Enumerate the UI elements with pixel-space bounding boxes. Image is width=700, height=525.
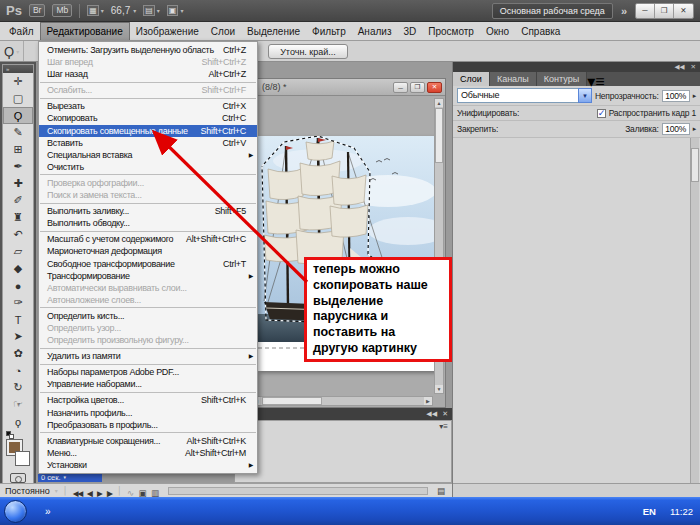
scroll-up-icon[interactable]: ▲ bbox=[435, 99, 443, 107]
fill-value[interactable]: 100% bbox=[662, 123, 690, 135]
screen-mode-button[interactable]: ▣▾ bbox=[167, 5, 184, 16]
history-brush-tool[interactable]: ↶ bbox=[3, 226, 33, 243]
menu-item[interactable]: Установки▶ bbox=[39, 459, 257, 471]
tool-preset-picker[interactable]: Ϙ ▾ bbox=[0, 41, 24, 61]
rotate-view-tool[interactable]: ◔ bbox=[3, 362, 33, 379]
menu-item[interactable]: Поиск и замена текста... bbox=[39, 189, 257, 201]
clone-stamp-tool[interactable]: ♜ bbox=[3, 209, 33, 226]
custom-shape-tool[interactable]: ✿ bbox=[3, 345, 33, 362]
tab-Слои[interactable]: Слои bbox=[453, 72, 490, 86]
collapse-panel-icon[interactable]: ◀◀ bbox=[426, 410, 437, 418]
menu-item[interactable]: Выполнить обводку... bbox=[39, 217, 257, 229]
menubar-item-Справка[interactable]: Справка bbox=[515, 22, 566, 40]
menu-item[interactable]: Управление наборами... bbox=[39, 378, 257, 390]
panel-group-header[interactable]: ◀◀✕ bbox=[453, 62, 700, 72]
scrollbar-thumb[interactable] bbox=[435, 108, 443, 163]
menu-item[interactable]: Масштаб с учетом содержимогоAlt+Shift+Ct… bbox=[39, 233, 257, 245]
menu-item[interactable]: Назначить профиль... bbox=[39, 407, 257, 419]
convert-to-timeline-icon[interactable]: ▤ bbox=[437, 486, 447, 496]
path-selection-tool[interactable]: ➤ bbox=[3, 328, 33, 345]
menu-item[interactable]: Клавиатурные сокращения...Alt+Shift+Ctrl… bbox=[39, 435, 257, 447]
doc-minimize-button[interactable]: ─ bbox=[393, 82, 408, 93]
menu-item[interactable]: Преобразовать в профиль... bbox=[39, 419, 257, 431]
gradient-tool[interactable]: ◆ bbox=[3, 260, 33, 277]
menu-item[interactable]: Шаг назадAlt+Ctrl+Z bbox=[39, 68, 257, 80]
close-panel-icon[interactable]: ✕ bbox=[691, 63, 696, 71]
blend-mode-dropdown[interactable]: Обычные ▼ bbox=[457, 88, 592, 103]
fill-spinner-icon[interactable]: ▸ bbox=[693, 125, 696, 133]
pen-tool[interactable]: ✑ bbox=[3, 294, 33, 311]
horizontal-scrollbar[interactable]: ◀ ▶ bbox=[251, 396, 433, 406]
menu-item[interactable]: Специальная вставка▶ bbox=[39, 149, 257, 161]
new-frame-icon[interactable]: ▣ bbox=[139, 488, 147, 498]
collapse-panel-icon[interactable]: ◀◀ bbox=[675, 63, 685, 71]
tween-icon[interactable]: ∿ bbox=[127, 488, 134, 498]
orbit-tool[interactable]: ↻ bbox=[3, 379, 33, 396]
type-tool[interactable]: T bbox=[3, 311, 33, 328]
menu-item[interactable]: Проверка орфографии... bbox=[39, 177, 257, 189]
chevron-down-icon[interactable]: ▼ bbox=[578, 88, 592, 103]
panel-collapse-icon[interactable]: » bbox=[3, 65, 33, 73]
healing-brush-tool[interactable]: ✚ bbox=[3, 175, 33, 192]
menu-item[interactable]: Трансформирование▶ bbox=[39, 270, 257, 282]
arrange-documents-button[interactable]: ▦▾ bbox=[87, 5, 104, 16]
bridge-button[interactable]: Br bbox=[29, 4, 46, 17]
menu-item[interactable]: Автоматически выравнивать слои... bbox=[39, 282, 257, 294]
default-colors-icon[interactable] bbox=[6, 431, 16, 439]
menubar-item-Редактирование[interactable]: Редактирование bbox=[40, 22, 130, 40]
menu-item[interactable]: Отменить: Загрузить выделенную областьCt… bbox=[39, 44, 257, 56]
menubar-item-Просмотр[interactable]: Просмотр bbox=[422, 22, 480, 40]
quick-mask-button[interactable] bbox=[10, 473, 26, 483]
menubar-item-Изображение[interactable]: Изображение bbox=[130, 22, 205, 40]
menu-item[interactable]: ВставитьCtrl+V bbox=[39, 137, 257, 149]
crop-tool[interactable]: ⊞ bbox=[3, 141, 33, 158]
menu-item[interactable]: СкопироватьCtrl+C bbox=[39, 112, 257, 124]
background-color-swatch[interactable] bbox=[15, 451, 30, 466]
menu-item[interactable]: Настройка цветов...Shift+Ctrl+K bbox=[39, 394, 257, 406]
doc-maximize-button[interactable]: ❐ bbox=[410, 82, 425, 93]
animation-panel-header[interactable]: ◀◀✕ bbox=[234, 408, 452, 420]
start-button[interactable] bbox=[4, 500, 27, 523]
menu-item[interactable]: Ослабить...Shift+Ctrl+F bbox=[39, 84, 257, 96]
mini-bridge-button[interactable]: Mb bbox=[52, 4, 72, 17]
eyedropper-tool[interactable]: ✒ bbox=[3, 158, 33, 175]
zoom-level-control[interactable]: 66,7 ▾ bbox=[111, 5, 136, 16]
menu-item[interactable]: Определить кисть... bbox=[39, 310, 257, 322]
zoom-tool[interactable]: ϙ bbox=[3, 413, 33, 430]
eraser-tool[interactable]: ▱ bbox=[3, 243, 33, 260]
loop-mode-dropdown[interactable]: Постоянно bbox=[5, 486, 50, 496]
blur-tool[interactable]: ● bbox=[3, 277, 33, 294]
view-extras-button[interactable]: ▤▾ bbox=[143, 5, 160, 16]
move-tool[interactable]: ✛ bbox=[3, 73, 33, 90]
quick-selection-tool[interactable]: ✎ bbox=[3, 124, 33, 141]
scroll-down-icon[interactable]: ▼ bbox=[435, 385, 443, 393]
menu-item[interactable]: Марионеточная деформация bbox=[39, 245, 257, 257]
panel-menu-icon[interactable]: ▾≡ bbox=[439, 422, 448, 431]
marquee-tool[interactable]: ▢ bbox=[3, 90, 33, 107]
menu-item[interactable]: Шаг впередShift+Ctrl+Z bbox=[39, 56, 257, 68]
document-titlebar[interactable]: (8/8) * ─❐✕ bbox=[250, 79, 445, 96]
workspace-switcher-button[interactable]: Основная рабочая среда bbox=[492, 3, 613, 19]
minimize-button[interactable]: ─ bbox=[636, 4, 655, 18]
refine-edge-button[interactable]: Уточн. край... bbox=[268, 44, 348, 59]
quick-launch-overflow-icon[interactable]: » bbox=[45, 506, 51, 517]
brush-tool[interactable]: ✐ bbox=[3, 192, 33, 209]
menu-item[interactable]: Удалить из памяти▶ bbox=[39, 350, 257, 362]
menu-item[interactable]: Определить узор... bbox=[39, 322, 257, 334]
frames-scrollbar[interactable] bbox=[168, 487, 428, 495]
tab-Каналы[interactable]: Каналы bbox=[490, 72, 537, 86]
close-button[interactable]: ✕ bbox=[674, 4, 693, 18]
opacity-value[interactable]: 100% bbox=[662, 90, 690, 102]
hand-tool[interactable]: ☞ bbox=[3, 396, 33, 413]
tab-Контуры[interactable]: Контуры bbox=[537, 72, 587, 86]
scrollbar-thumb[interactable] bbox=[262, 397, 322, 405]
menu-item[interactable]: Меню...Alt+Shift+Ctrl+M bbox=[39, 447, 257, 459]
menu-item[interactable]: Определить произвольную фигуру... bbox=[39, 334, 257, 346]
layers-scrollbar[interactable] bbox=[690, 138, 699, 483]
menu-item[interactable]: Свободное трансформированиеCtrl+T bbox=[39, 258, 257, 270]
menu-item[interactable]: Очистить bbox=[39, 161, 257, 173]
menubar-item-Слои[interactable]: Слои bbox=[205, 22, 241, 40]
doc-close-button[interactable]: ✕ bbox=[427, 82, 442, 93]
menu-item[interactable]: Выполнить заливку...Shift+F5 bbox=[39, 205, 257, 217]
menubar-item-Файл[interactable]: Файл bbox=[3, 22, 40, 40]
